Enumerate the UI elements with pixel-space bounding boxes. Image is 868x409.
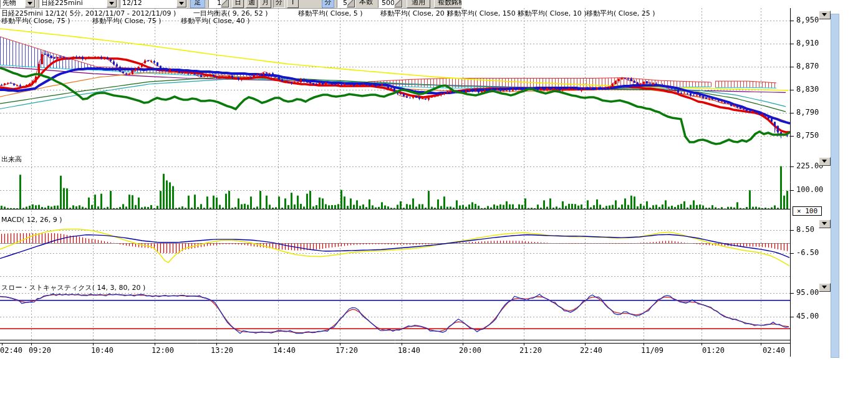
stochastics-panel-label: スロー・ストキャスティクス( 14, 3, 80, 20 ) (1, 283, 145, 292)
time-tick-label: 13:20 (211, 346, 233, 355)
chart-application-window: 先物 日経225mini 12/12 足 1 日 週 月 分 T 分 5 本数 … (0, 0, 868, 409)
time-tick-label: 18:40 (398, 346, 420, 355)
price-tick-label: 8,790 (796, 108, 819, 117)
vertical-scrollbar[interactable] (831, 14, 839, 358)
volume-panel-label: 出来高 (1, 155, 22, 164)
spinner-icon[interactable] (347, 0, 355, 7)
period-day-button[interactable]: 日 (232, 0, 244, 8)
time-tick-label: 11/09 (641, 346, 663, 355)
legend-item: 移動平均( Close, 75 ) (92, 16, 162, 26)
minute-label: 分 (322, 0, 334, 8)
instrument-type-value: 先物 (2, 0, 16, 8)
volume-tick-label: 100.00 (796, 185, 823, 194)
spinner-icon[interactable] (394, 0, 402, 7)
chevron-down-icon (822, 160, 827, 163)
spinner-icon[interactable] (221, 0, 229, 7)
symbol-select[interactable]: 日経225mini (39, 0, 117, 8)
chevron-down-icon[interactable] (176, 0, 186, 7)
contract-month-value: 12/12 (122, 0, 142, 8)
price-tick-label: 8,910 (796, 39, 819, 47)
price-tick-label: 8,870 (796, 62, 819, 70)
bar-count-value: 500 (382, 0, 395, 8)
time-tick-label: 02:40 (763, 346, 785, 355)
stoch-tick-label: 45.00 (796, 312, 819, 320)
period-tick-button[interactable]: T (287, 0, 299, 8)
symbol-value: 日経225mini (41, 0, 83, 8)
chevron-down-icon (822, 13, 827, 16)
legend-item: 移動平均( Close, 150 ) (447, 9, 521, 18)
stoch-tick-label: 95.00 (796, 288, 819, 297)
time-tick-label: 14:40 (273, 346, 296, 355)
macd-panel-collapse-button[interactable] (819, 219, 831, 228)
main-panel-collapse-button[interactable] (819, 11, 831, 19)
bar-type-label: 足 (190, 0, 205, 8)
chevron-down-icon (822, 222, 827, 225)
period-minute-button[interactable]: 分 (273, 0, 285, 8)
time-tick-label: 10:40 (91, 346, 113, 355)
chevron-down-icon[interactable] (25, 0, 35, 7)
volume-panel-collapse-button[interactable] (819, 157, 831, 166)
period-week-button[interactable]: 週 (246, 0, 258, 8)
time-tick-label: 22:40 (580, 346, 602, 355)
time-tick-label: 17:20 (335, 346, 358, 355)
period-month-button[interactable]: 月 (259, 0, 271, 8)
macd-panel-label: MACD( 12, 26, 9 ) (1, 216, 62, 224)
legend-item: 移動平均( Close, 5 ) (298, 9, 363, 18)
legend-item: 移動平均( Close, 20 ) (380, 9, 450, 18)
time-tick-label: 01:20 (702, 346, 725, 355)
time-tick-label: 20:00 (459, 346, 481, 355)
time-tick-label: 21:20 (519, 346, 542, 355)
price-tick-label: 8,950 (796, 16, 819, 24)
bar-count-label: 本数 (359, 0, 377, 8)
chart-canvas[interactable] (0, 0, 868, 409)
legend-item: 移動平均( Close, 25 ) (586, 9, 655, 18)
stochastics-panel-collapse-button[interactable] (819, 283, 831, 292)
bar-interval-stepper[interactable]: 1 (208, 0, 229, 8)
time-tick-label: 02:40 (0, 346, 22, 355)
apply-button[interactable]: 適用 (407, 0, 430, 8)
time-tick-label: 12:00 (152, 346, 174, 355)
legend-item: 移動平均( Close, 10 ) (518, 9, 587, 18)
legend-item: 移動平均( Close, 40 ) (181, 16, 250, 26)
multi-symbol-button[interactable]: 複数銘柄 (434, 0, 461, 8)
toolbar: 先物 日経225mini 12/12 足 1 日 週 月 分 T 分 5 本数 … (0, 0, 461, 9)
chevron-down-icon (822, 286, 827, 289)
volume-multiplier-box: × 100 (793, 206, 822, 216)
time-tick-label: 09:20 (29, 346, 51, 355)
price-tick-label: 8,830 (796, 85, 819, 94)
minute-stepper[interactable]: 5 (337, 0, 355, 8)
instrument-type-select[interactable]: 先物 (0, 0, 36, 8)
macd-tick-label: 8.50 (796, 225, 814, 234)
price-tick-label: 8,750 (796, 131, 819, 140)
legend-item: 移動平均( Close, 75 ) (1, 16, 70, 26)
contract-month-select[interactable]: 12/12 (120, 0, 187, 8)
chevron-down-icon[interactable] (107, 0, 117, 7)
bar-count-stepper[interactable]: 500 (378, 0, 403, 8)
macd-tick-label: -6.50 (796, 248, 819, 257)
